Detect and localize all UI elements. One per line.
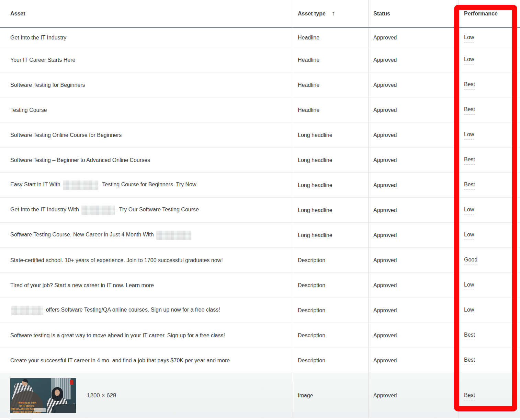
performance-value[interactable]: Low xyxy=(464,33,474,43)
table-row: Software Testing Course. New Career in J… xyxy=(0,222,520,247)
status-cell: Approved xyxy=(368,47,459,72)
status-cell: Approved xyxy=(368,97,459,122)
performance-value[interactable]: Low xyxy=(464,280,474,290)
performance-value[interactable]: Best xyxy=(464,155,475,165)
asset-type-cell: Long headline xyxy=(292,148,368,172)
asset-text: Software testing is a great way to move … xyxy=(10,331,225,340)
asset-type-value: Description xyxy=(298,306,325,315)
performance-cell: Best xyxy=(459,323,520,348)
performance-value[interactable]: Best xyxy=(464,180,475,190)
performance-value[interactable]: Best xyxy=(464,391,475,400)
performance-value[interactable]: Low xyxy=(464,55,474,65)
status-value: Approved xyxy=(373,181,397,189)
asset-type-value: Long headline xyxy=(298,156,332,164)
performance-cell: Best xyxy=(459,72,520,97)
column-header-status[interactable]: Status xyxy=(368,0,459,27)
asset-text: offers Software Testing/QA online course… xyxy=(10,305,220,315)
asset-text: Software Testing Course. New Career in J… xyxy=(10,230,192,240)
table-row: Your IT Career Starts HereHeadlineApprov… xyxy=(0,47,520,72)
thumbnail-person-sitting-face-art xyxy=(55,389,60,396)
asset-type-cell: Long headline xyxy=(292,173,368,197)
asset-cell: Get Into the IT Industry xyxy=(0,28,292,47)
performance-value[interactable]: Good xyxy=(464,255,477,265)
redacted-text xyxy=(63,180,98,190)
column-header-performance-label: Performance xyxy=(464,9,498,18)
partial-next-row xyxy=(0,418,520,420)
table-row: Get Into the IT IndustryHeadlineApproved… xyxy=(0,28,520,47)
performance-cell: Best xyxy=(459,148,520,172)
status-cell: Approved xyxy=(368,28,459,47)
status-value: Approved xyxy=(373,391,397,400)
asset-cell: Software testing is a great way to move … xyxy=(0,323,292,348)
asset-text: Get Into the IT Industry xyxy=(10,33,66,42)
performance-value[interactable]: Best xyxy=(464,80,475,90)
status-value: Approved xyxy=(373,256,397,265)
asset-cell: Your IT Career Starts Here xyxy=(0,47,292,72)
asset-cell: Software Testing Online Course for Begin… xyxy=(0,122,292,147)
column-header-status-label: Status xyxy=(373,9,390,18)
status-value: Approved xyxy=(373,106,397,114)
table-row: Get Into the IT Industry With . Try Our … xyxy=(0,197,520,222)
performance-value[interactable]: Low xyxy=(464,305,474,315)
performance-value[interactable]: Low xyxy=(464,130,474,140)
column-header-performance[interactable]: Performance xyxy=(459,0,520,27)
asset-type-value: Description xyxy=(298,281,325,290)
thumbnail-desk-art xyxy=(52,404,76,413)
column-header-asset-type[interactable]: Asset type ↑ xyxy=(292,0,368,27)
performance-value[interactable]: Best xyxy=(464,330,475,340)
performance-value[interactable]: Best xyxy=(464,355,475,365)
redacted-text xyxy=(81,206,115,215)
asset-cell: State-certified school. 10+ years of exp… xyxy=(0,248,292,272)
asset-type-cell: Long headline xyxy=(292,198,368,222)
performance-cell: Low xyxy=(459,273,520,298)
asset-thumbnail[interactable]: Thinking to start an IT career? Roll-on.… xyxy=(10,378,76,413)
performance-cell: Best xyxy=(459,348,520,373)
performance-cell: Best xyxy=(459,173,520,197)
redacted-text xyxy=(11,306,43,315)
asset-type-value: Description xyxy=(298,331,325,340)
asset-cell: Software Testing – Beginner to Advanced … xyxy=(0,148,292,172)
asset-text: Easy Start in IT With . Testing Course f… xyxy=(10,180,196,189)
status-cell: Approved xyxy=(368,273,459,298)
image-row: Thinking to start an IT career? Roll-on.… xyxy=(0,373,520,418)
table-row: State-certified school. 10+ years of exp… xyxy=(0,247,520,272)
performance-value[interactable]: Low xyxy=(464,230,474,240)
performance-value[interactable]: Low xyxy=(464,205,474,215)
status-cell: Approved xyxy=(368,248,459,272)
asset-text: Software Testing for Beginners xyxy=(10,81,85,89)
performance-cell: Low xyxy=(459,223,520,247)
asset-type-value: Headline xyxy=(298,106,319,114)
table-row: Easy Start in IT With . Testing Course f… xyxy=(0,172,520,197)
status-value: Approved xyxy=(373,156,397,164)
asset-type-cell: Description xyxy=(292,248,368,272)
asset-type-cell: Description xyxy=(292,348,368,373)
status-cell: Approved xyxy=(368,298,459,323)
status-cell: Approved xyxy=(368,323,459,348)
asset-type-cell: Headline xyxy=(292,47,368,72)
table-row: Software Testing for BeginnersHeadlineAp… xyxy=(0,72,520,97)
asset-type-value: Image xyxy=(298,391,313,400)
status-cell: Approved xyxy=(368,122,459,147)
asset-text: Software Testing – Beginner to Advanced … xyxy=(10,156,150,164)
asset-type-value: Long headline xyxy=(298,206,332,214)
status-cell: Approved xyxy=(368,373,459,418)
asset-text: Tired of your job? Start a new career in… xyxy=(10,281,154,290)
performance-cell: Low xyxy=(459,28,520,47)
asset-text: Get Into the IT Industry With . Try Our … xyxy=(10,205,199,214)
performance-value[interactable]: Best xyxy=(464,105,475,115)
column-header-asset[interactable]: Asset xyxy=(0,0,292,27)
asset-type-cell: Headline xyxy=(292,72,368,97)
asset-type-value: Long headline xyxy=(298,231,332,240)
status-value: Approved xyxy=(373,231,397,240)
status-value: Approved xyxy=(373,33,397,42)
redacted-text xyxy=(156,231,191,240)
asset-cell: Software Testing for Beginners xyxy=(0,72,292,97)
asset-type-cell: Long headline xyxy=(292,223,368,247)
performance-cell: Best xyxy=(459,373,520,418)
table-row: Testing CourseHeadlineApprovedBest xyxy=(0,97,520,122)
status-cell: Approved xyxy=(368,198,459,222)
performance-cell: Low xyxy=(459,47,520,72)
asset-text: Create your successful IT career in 4 mo… xyxy=(10,356,230,365)
asset-cell: Get Into the IT Industry With . Try Our … xyxy=(0,198,292,222)
assets-table-page: Asset Asset type ↑ Status Performance Ge… xyxy=(0,0,520,420)
